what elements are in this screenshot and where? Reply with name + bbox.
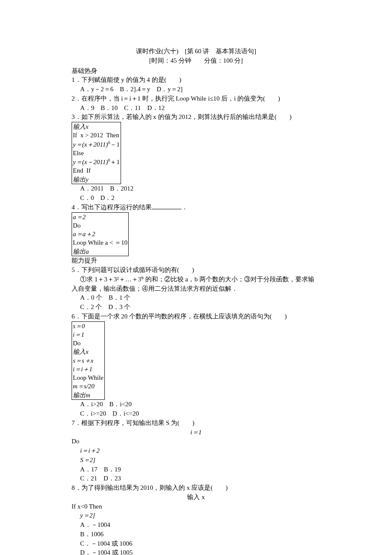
q6-options-row2: C．i>=20 D．i<=20 bbox=[72, 409, 320, 419]
q4-blank bbox=[152, 209, 182, 209]
q7-options-row1: A．17 B．19 bbox=[72, 465, 320, 474]
q5-options-row2: C．2 个 D．3 个 bbox=[72, 303, 320, 312]
page-title: 课时作业(六十) [第 60 讲 基本算法语句] bbox=[72, 47, 320, 56]
q8-code-line3: y＝2] bbox=[72, 511, 320, 520]
q4-code-line3: a＝a＋2 bbox=[73, 231, 95, 237]
q3-stem: 3．如下所示算法，若输入的 x 的值为 2012，则算法执行后的输出结果是( ) bbox=[72, 113, 320, 122]
q5-stem: 5．下列问题可以设计成循环语句的有( ) bbox=[72, 266, 320, 275]
q2-options: A．9 B．10 C．11 D．12 bbox=[72, 104, 320, 113]
q6-options-row1: A．i>20 B．i<20 bbox=[72, 400, 320, 409]
q7-options-row2: C．21 D．23 bbox=[72, 474, 320, 483]
q1-stem: 1．下列赋值能使 y 的值为 4 的是( ) bbox=[72, 75, 320, 85]
q8-options-row2: B．1006 bbox=[72, 530, 320, 539]
q7-stem: 7．根据下列程序，可知输出结果 S 为( ) bbox=[72, 419, 320, 428]
q3-code-line6: End If bbox=[73, 167, 91, 174]
q3-code-line5: y＝(x－2011)0＋1 bbox=[73, 159, 120, 165]
q8-stem: 8．为了得到输出结果为 2010，则输入的 x 应该是( ) bbox=[72, 483, 320, 493]
q5-options-row1: A．0 个 B．1 个 bbox=[72, 293, 320, 303]
q3-code-line1: 输入x bbox=[73, 123, 89, 130]
q7-code-line2: Do bbox=[72, 437, 320, 446]
q3-code-line3: y＝(x＋2011)0－1 bbox=[73, 141, 120, 148]
q3-code-line4: Else bbox=[73, 150, 84, 156]
q4-code-line4: Loop While a < ＝10 bbox=[73, 239, 127, 246]
q6-code-line7: Loop While bbox=[73, 374, 104, 381]
q6-code-line5: s＝s＋x bbox=[73, 357, 93, 364]
q3-code-line2: If x > 2012 Then bbox=[73, 132, 119, 139]
q6-code-line1: s＝0 bbox=[73, 323, 85, 330]
q3-options-row1: A．2011 B．2012 bbox=[72, 184, 320, 194]
q7-code-line4: S＝2] bbox=[72, 456, 320, 465]
q5-body: ①求 1＋3＋3²＋…＋3⁹ 的和；②比较 a，b 两个数的大小；③对于分段函数… bbox=[72, 275, 320, 294]
q6-code-line4: 输入x bbox=[73, 348, 89, 355]
q3-code: 输入x If x > 2012 Then y＝(x＋2011)0－1 Else … bbox=[72, 122, 121, 184]
q4-code-line1: a＝2 bbox=[73, 214, 86, 220]
q6-code-line2: i＝1 bbox=[73, 331, 84, 338]
q3-options-row2: C．0 D．2 bbox=[72, 194, 320, 203]
q4-code-line2: Do bbox=[73, 222, 81, 229]
q7-code-line1: i＝1 bbox=[72, 428, 320, 437]
q4-code-line5: 输出a bbox=[73, 248, 89, 255]
q6-stem: 6．下面是一个求 20 个数的平均数的程序，在横线上应该填充的语句为( ) bbox=[72, 312, 320, 321]
q8-code-line2: If x<0 Then bbox=[72, 502, 320, 512]
q4-code: a＝2 Do a＝a＋2 Loop While a < ＝10 输出a bbox=[72, 212, 129, 256]
q6-code: s＝0 i＝1 Do 输入x s＝s＋x i＝i＋1 Loop While m＝… bbox=[72, 321, 105, 400]
q2-stem: 2．在程序中，当 i＝i＋1 时，执行完 Loop While i≤10 后，i… bbox=[72, 94, 320, 104]
q8-code-line1: 输入 x bbox=[72, 493, 320, 502]
q6-code-line6: i＝i＋1 bbox=[73, 366, 92, 373]
q8-options-row1: A．－1004 bbox=[72, 520, 320, 530]
q6-code-line3: Do bbox=[73, 340, 81, 347]
page-subtitle: [时间：45 分钟 分值：100 分] bbox=[72, 56, 320, 66]
q1-options: A．y－2＝6 B．2].4＝y D．y＝2] bbox=[72, 85, 320, 94]
q8-options-row4: D．－1004 或 1005 bbox=[72, 548, 320, 555]
q7-code-line3: i＝i＋2 bbox=[72, 446, 320, 456]
q3-code-line7: 输出y bbox=[73, 176, 89, 183]
q4-stem: 4．写出下边程序运行的结果． bbox=[72, 203, 320, 212]
section-2-heading: 能力提升 bbox=[72, 256, 320, 266]
q6-code-line8: m＝s/20 bbox=[73, 383, 95, 390]
q8-options-row3: C．－1004 或 1006 bbox=[72, 539, 320, 549]
q6-code-line9: 输出m bbox=[73, 392, 90, 399]
section-1-heading: 基础热身 bbox=[72, 66, 320, 76]
